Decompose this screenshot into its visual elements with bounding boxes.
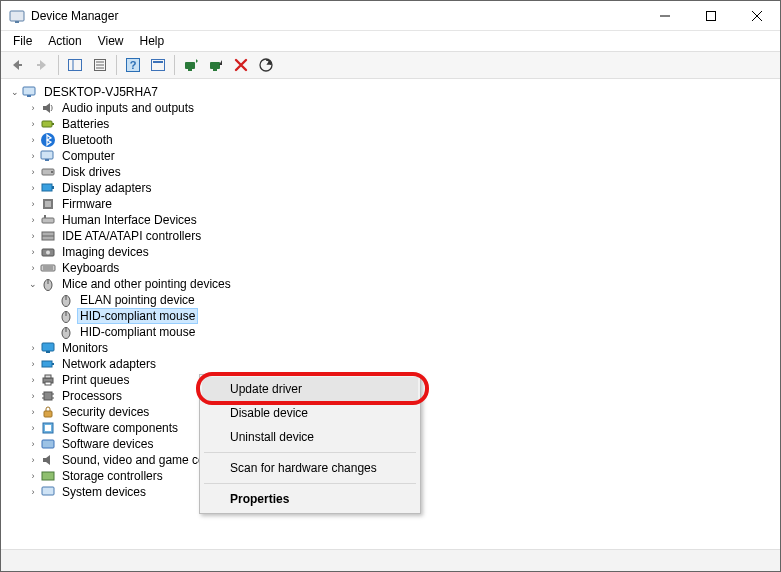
menu-action[interactable]: Action	[40, 32, 89, 50]
ctx-separator	[204, 483, 416, 484]
svg-rect-23	[23, 87, 35, 95]
category-network[interactable]: › Network adapters	[4, 356, 777, 372]
category-keyboards[interactable]: › Keyboards	[4, 260, 777, 276]
titlebar: Device Manager	[1, 1, 780, 31]
toolbar-separator	[116, 55, 117, 75]
category-disk-drives[interactable]: › Disk drives	[4, 164, 777, 180]
device-elan-pointing[interactable]: · ELAN pointing device	[4, 292, 777, 308]
category-batteries[interactable]: › Batteries	[4, 116, 777, 132]
category-hid[interactable]: › Human Interface Devices	[4, 212, 777, 228]
device-hid-mouse-1[interactable]: · HID-compliant mouse	[4, 308, 777, 324]
maximize-button[interactable]	[688, 1, 734, 31]
expander-closed-icon[interactable]: ›	[26, 151, 40, 161]
expander-closed-icon[interactable]: ›	[26, 119, 40, 129]
close-button[interactable]	[734, 1, 780, 31]
category-ide[interactable]: › IDE ATA/ATAPI controllers	[4, 228, 777, 244]
menu-file[interactable]: File	[5, 32, 40, 50]
computer-icon	[22, 84, 38, 100]
expander-closed-icon[interactable]: ›	[26, 343, 40, 353]
category-monitors[interactable]: › Monitors	[4, 340, 777, 356]
expander-closed-icon[interactable]: ›	[26, 455, 40, 465]
svg-point-41	[46, 251, 50, 255]
expander-closed-icon[interactable]: ›	[26, 215, 40, 225]
expander-open-icon[interactable]: ⌄	[26, 279, 40, 289]
disk-icon	[40, 164, 56, 180]
action-button[interactable]	[146, 54, 170, 76]
svg-rect-26	[52, 123, 54, 125]
svg-rect-37	[44, 215, 46, 218]
system-icon	[40, 484, 56, 500]
tree-item-label: Print queues	[60, 373, 131, 387]
window-title: Device Manager	[31, 9, 642, 23]
tree-item-label: Software components	[60, 421, 180, 435]
tree-root[interactable]: ⌄ DESKTOP-VJ5RHA7	[4, 84, 777, 100]
tree-item-label: IDE ATA/ATAPI controllers	[60, 229, 203, 243]
titlebar-controls	[642, 1, 780, 31]
expander-closed-icon[interactable]: ›	[26, 487, 40, 497]
svg-text:?: ?	[130, 59, 137, 71]
svg-rect-53	[42, 343, 54, 351]
sound-icon	[40, 452, 56, 468]
forward-button[interactable]	[30, 54, 54, 76]
mouse-icon	[58, 324, 74, 340]
svg-rect-32	[42, 184, 52, 191]
device-hid-mouse-2[interactable]: · HID-compliant mouse	[4, 324, 777, 340]
expander-closed-icon[interactable]: ›	[26, 135, 40, 145]
category-bluetooth[interactable]: › Bluetooth	[4, 132, 777, 148]
expander-closed-icon[interactable]: ›	[26, 247, 40, 257]
category-computer[interactable]: › Computer	[4, 148, 777, 164]
expander-closed-icon[interactable]: ›	[26, 423, 40, 433]
uninstall-device-button[interactable]	[229, 54, 253, 76]
tree-item-label: Display adapters	[60, 181, 153, 195]
scan-hardware-button[interactable]	[254, 54, 278, 76]
expander-closed-icon[interactable]: ›	[26, 471, 40, 481]
tree-item-label: Processors	[60, 389, 124, 403]
category-firmware[interactable]: › Firmware	[4, 196, 777, 212]
category-imaging[interactable]: › Imaging devices	[4, 244, 777, 260]
ctx-properties[interactable]: Properties	[202, 487, 418, 511]
category-audio[interactable]: › Audio inputs and outputs	[4, 100, 777, 116]
update-driver-button[interactable]	[179, 54, 203, 76]
svg-rect-68	[42, 440, 54, 448]
ctx-uninstall-device[interactable]: Uninstall device	[202, 425, 418, 449]
category-display-adapters[interactable]: › Display adapters	[4, 180, 777, 196]
svg-rect-25	[42, 121, 52, 127]
display-adapter-icon	[40, 180, 56, 196]
show-hide-tree-button[interactable]	[63, 54, 87, 76]
expander-closed-icon[interactable]: ›	[26, 439, 40, 449]
svg-rect-3	[707, 11, 716, 20]
expander-closed-icon[interactable]: ›	[26, 375, 40, 385]
back-button[interactable]	[5, 54, 29, 76]
svg-rect-69	[42, 472, 54, 480]
help-button[interactable]: ?	[121, 54, 145, 76]
properties-button[interactable]	[88, 54, 112, 76]
expander-closed-icon[interactable]: ›	[26, 359, 40, 369]
expander-closed-icon[interactable]: ›	[26, 231, 40, 241]
ctx-update-driver[interactable]: Update driver	[202, 377, 418, 401]
ide-icon	[40, 228, 56, 244]
expander-closed-icon[interactable]: ›	[26, 407, 40, 417]
menu-help[interactable]: Help	[132, 32, 173, 50]
category-mice[interactable]: ⌄ Mice and other pointing devices	[4, 276, 777, 292]
expander-closed-icon[interactable]: ›	[26, 263, 40, 273]
expander-open-icon[interactable]: ⌄	[8, 87, 22, 97]
svg-rect-28	[41, 151, 53, 159]
disable-device-button[interactable]	[204, 54, 228, 76]
ctx-scan-hardware[interactable]: Scan for hardware changes	[202, 456, 418, 480]
expander-closed-icon[interactable]: ›	[26, 183, 40, 193]
minimize-button[interactable]	[642, 1, 688, 31]
expander-closed-icon[interactable]: ›	[26, 391, 40, 401]
expander-closed-icon[interactable]: ›	[26, 167, 40, 177]
svg-rect-67	[45, 425, 51, 431]
firmware-icon	[40, 196, 56, 212]
svg-rect-19	[188, 69, 192, 71]
expander-closed-icon[interactable]: ›	[26, 103, 40, 113]
svg-point-22	[260, 59, 272, 71]
ctx-disable-device[interactable]: Disable device	[202, 401, 418, 425]
keyboard-icon	[40, 260, 56, 276]
menubar: File Action View Help	[1, 31, 780, 51]
menu-view[interactable]: View	[90, 32, 132, 50]
statusbar	[1, 549, 780, 571]
svg-rect-59	[45, 382, 51, 385]
expander-closed-icon[interactable]: ›	[26, 199, 40, 209]
